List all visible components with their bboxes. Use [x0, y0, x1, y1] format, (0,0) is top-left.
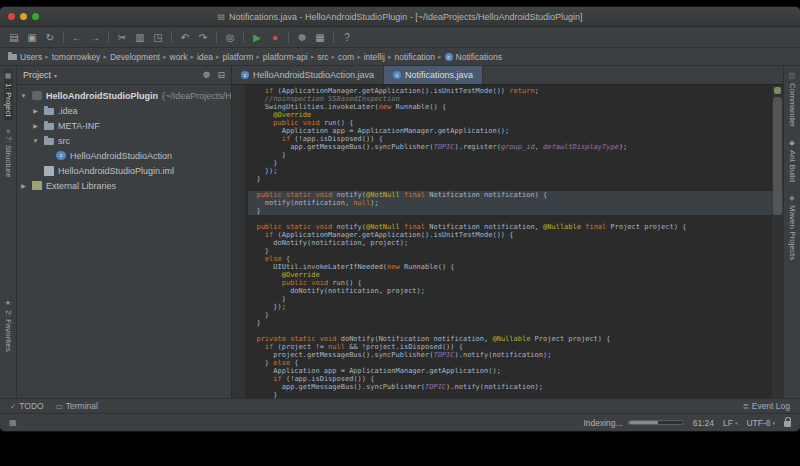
- cut-icon[interactable]: ✂: [114, 29, 130, 45]
- breadcrumb-item[interactable]: intellij: [364, 52, 385, 62]
- settings-icon[interactable]: ☸: [294, 29, 310, 45]
- tree-node-label: HelloAndroidStudioAction: [70, 151, 172, 161]
- code-token: SwingUtilities.invokeLater(: [248, 103, 379, 111]
- minimize-button[interactable]: [20, 13, 27, 20]
- code-token: notify(notification,: [248, 199, 353, 207]
- tool-button-terminal[interactable]: ▭Terminal: [56, 401, 98, 411]
- code-content[interactable]: if (ApplicationManager.getApplication().…: [245, 85, 783, 398]
- tree-chevron[interactable]: ▶: [31, 122, 40, 129]
- breadcrumb-item[interactable]: platform: [223, 52, 254, 62]
- code-token: doNotify(notification, project);: [248, 239, 408, 247]
- project-panel-header: Project ▾ ☸⊟: [17, 66, 231, 85]
- tree-chevron[interactable]: ▼: [31, 138, 40, 144]
- paste-icon[interactable]: ◳: [150, 29, 166, 45]
- copy-icon[interactable]: ▥: [132, 29, 148, 45]
- tool-button-maven-projects[interactable]: ◈Maven Projects: [788, 191, 797, 263]
- save-all-icon[interactable]: ▣: [24, 29, 40, 45]
- editor-tabs: cHelloAndroidStudioAction.javacNotificat…: [232, 66, 783, 85]
- breadcrumb-item[interactable]: notification: [394, 52, 435, 62]
- code-token: Notification notification) {: [425, 191, 547, 199]
- caret-position-widget[interactable]: 61:24: [693, 418, 714, 428]
- code-token: [248, 231, 265, 239]
- titlebar[interactable]: ▤ Notifications.java - HelloAndroidStudi…: [0, 7, 800, 27]
- tree-node[interactable]: cHelloAndroidStudioAction: [17, 148, 231, 163]
- code-line: else {: [248, 255, 783, 263]
- tree-chevron[interactable]: ▶: [31, 107, 40, 114]
- close-button[interactable]: [8, 13, 15, 20]
- tree-node[interactable]: HelloAndroidStudioPlugin.iml: [17, 163, 231, 178]
- breadcrumb-item[interactable]: Development: [110, 52, 160, 62]
- back-icon[interactable]: ←: [69, 29, 85, 45]
- encoding-widget[interactable]: UTF-8 ▾: [746, 418, 775, 428]
- tool-button-favorites[interactable]: ★2: Favorites: [4, 296, 13, 355]
- code-token: null: [328, 343, 345, 351]
- breadcrumb-separator: ▸: [256, 53, 260, 61]
- code-line: public void run() {: [248, 279, 783, 287]
- java-class-icon: c: [241, 71, 249, 79]
- line-separator-value: LF: [723, 418, 733, 428]
- code-line: }: [248, 319, 783, 327]
- zoom-button[interactable]: [32, 13, 39, 20]
- tree-chevron[interactable]: ▶: [19, 182, 28, 189]
- editor-scrollbar[interactable]: [772, 85, 783, 398]
- undo-icon[interactable]: ↶: [177, 29, 193, 45]
- code-token: if: [282, 135, 290, 143]
- tool-button-project[interactable]: ▦1: Project: [4, 69, 13, 120]
- breadcrumb-item[interactable]: tomorrowkey: [52, 52, 101, 62]
- code-line: doNotify(notification, project);: [248, 287, 783, 295]
- inspection-indicator[interactable]: [774, 87, 781, 94]
- code-line: notify(notification, null);: [248, 199, 783, 207]
- editor-tab[interactable]: cNotifications.java: [384, 66, 483, 84]
- tool-button-commander[interactable]: ◫Commander: [788, 69, 797, 130]
- run-icon[interactable]: ▶: [249, 29, 265, 45]
- scrollbar-thumb[interactable]: [773, 97, 782, 215]
- project-view-selector[interactable]: Project ▾: [23, 70, 57, 80]
- open-icon[interactable]: ▤: [6, 29, 22, 45]
- code-line: UIUtil.invokeLaterIfNeeded(new Runnable(…: [248, 263, 783, 271]
- code-token: [248, 271, 282, 279]
- project-structure-icon[interactable]: ▦: [312, 29, 328, 45]
- code-editor[interactable]: if (ApplicationManager.getApplication().…: [232, 85, 783, 398]
- breadcrumb-item[interactable]: work: [170, 52, 188, 62]
- editor-gutter[interactable]: [232, 85, 245, 398]
- tool-button-structure[interactable]: ≡7: Structure: [4, 126, 13, 180]
- indexing-progress-bar[interactable]: [628, 420, 684, 425]
- gear-icon[interactable]: ☸: [202, 70, 210, 80]
- find-icon[interactable]: ◎: [222, 29, 238, 45]
- code-token: );: [619, 143, 627, 151]
- line-separator-widget[interactable]: LF ▾: [723, 418, 737, 428]
- synchronize-icon[interactable]: ↻: [42, 29, 58, 45]
- tool-button-label: 1: Project: [4, 83, 13, 117]
- tree-node-label: META-INF: [58, 121, 100, 131]
- tool-button-todo[interactable]: ✓TODO: [10, 401, 44, 411]
- bottom-stripe-left: ✓TODO▭Terminal: [10, 401, 98, 411]
- tree-node-label: HelloAndroidStudioPlugin.iml: [58, 166, 174, 176]
- tree-node[interactable]: ▼src: [17, 133, 231, 148]
- collapse-all-icon[interactable]: ⊟: [217, 70, 225, 80]
- debug-icon[interactable]: ●: [267, 29, 283, 45]
- tool-button-ant-build[interactable]: ◆Ant Build: [788, 136, 797, 185]
- forward-icon[interactable]: →: [87, 29, 103, 45]
- breadcrumb-separator: ▸: [103, 53, 107, 61]
- todo-icon: ✓: [10, 402, 16, 411]
- tool-button-label: TODO: [19, 401, 43, 411]
- toolwindow-quick-access-icon[interactable]: ▦: [9, 418, 17, 427]
- redo-icon[interactable]: ↷: [195, 29, 211, 45]
- tree-node[interactable]: ▶.idea: [17, 103, 231, 118]
- help-icon[interactable]: ?: [339, 29, 355, 45]
- tree-node[interactable]: ▼HelloAndroidStudioPlugin (~/IdeaProject…: [17, 88, 231, 103]
- breadcrumb-item[interactable]: src: [317, 52, 328, 62]
- tool-button-event-log[interactable]: ≣Event Log: [742, 401, 790, 411]
- breadcrumb-item[interactable]: Users: [8, 52, 42, 62]
- tree-chevron[interactable]: ▼: [19, 93, 28, 99]
- tree-node[interactable]: ▶External Libraries: [17, 178, 231, 193]
- editor-tab[interactable]: cHelloAndroidStudioAction.java: [232, 66, 384, 84]
- breadcrumb-item[interactable]: idea: [197, 52, 213, 62]
- breadcrumb-item[interactable]: cNotifications: [445, 52, 502, 62]
- breadcrumb-item[interactable]: com: [338, 52, 354, 62]
- breadcrumb-item[interactable]: platform-api: [263, 52, 308, 62]
- chevron-down-icon: ▾: [735, 420, 738, 426]
- code-token: new: [379, 103, 392, 111]
- lock-icon[interactable]: [784, 421, 791, 427]
- tree-node[interactable]: ▶META-INF: [17, 118, 231, 133]
